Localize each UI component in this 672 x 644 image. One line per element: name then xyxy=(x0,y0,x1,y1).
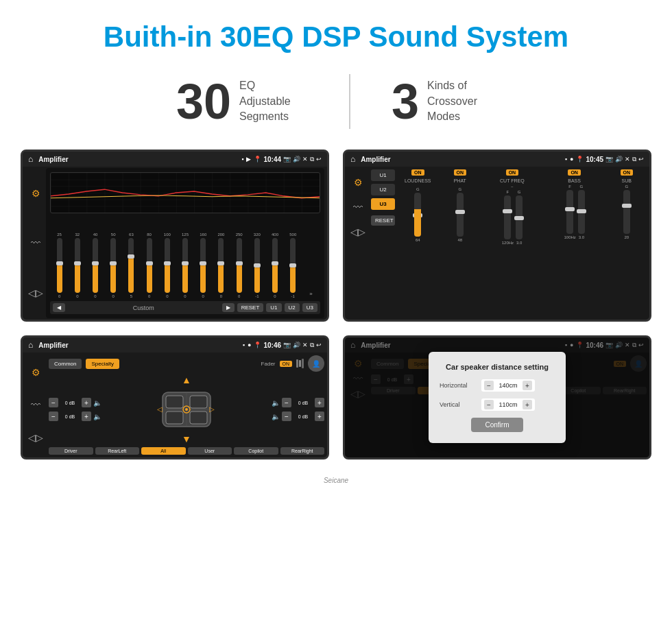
vol-lt-plus[interactable]: + xyxy=(82,398,91,407)
preset-u3[interactable]: U3 xyxy=(371,198,395,210)
band-loudness: ON LOUDNESS G 64 xyxy=(398,169,438,245)
bass-name: BASS xyxy=(568,178,581,183)
close-icon-2[interactable]: ✕ xyxy=(625,156,630,163)
confirm-button[interactable]: Confirm xyxy=(471,418,523,432)
car-diagram-row: − 0 dB + 🔈 − 0 dB + 🔈 xyxy=(49,374,324,444)
rearleft-btn[interactable]: RearLeft xyxy=(95,447,140,455)
home-icon-3[interactable]: ⌂ xyxy=(28,340,33,350)
up-arrow[interactable]: ▲ xyxy=(182,374,191,385)
speaker-lb-icon: 🔈 xyxy=(93,413,101,420)
vol-left-top-row: − 0 dB + 🔈 xyxy=(49,398,101,407)
all-btn[interactable]: All xyxy=(141,447,186,455)
sidebar-wave-icon[interactable]: 〰 xyxy=(31,237,40,248)
vol-right-bottom-row: 🔈 − 0 dB + xyxy=(272,412,324,421)
slider-col-3: 40 0 xyxy=(87,232,103,298)
app-title-3: Amplifier xyxy=(38,342,240,349)
slider-col-7: 100 0 xyxy=(159,232,175,298)
svg-rect-4 xyxy=(166,412,183,424)
u3-button[interactable]: U3 xyxy=(302,303,317,312)
vol-lb-minus[interactable]: − xyxy=(49,412,58,421)
driver-btn[interactable]: Driver xyxy=(49,447,93,455)
preset-u2[interactable]: U2 xyxy=(371,184,395,195)
back-icon-2[interactable]: ↩ xyxy=(638,156,644,163)
cutfreq-toggle[interactable]: ON xyxy=(506,169,519,176)
vertical-minus[interactable]: − xyxy=(484,400,494,409)
next-button[interactable]: ▶ xyxy=(222,303,235,312)
crossover-bands: ON LOUDNESS G 64 xyxy=(398,169,647,245)
svg-rect-2 xyxy=(166,396,183,408)
crossover-eq-icon[interactable]: ⚙ xyxy=(354,177,363,188)
play-icon-1[interactable]: ▶ xyxy=(246,156,251,163)
vol-rt-value: 0 dB xyxy=(293,401,313,405)
common-tab[interactable]: Common xyxy=(49,359,82,369)
vol-rb-minus[interactable]: − xyxy=(282,412,291,421)
speaker-vol-icon[interactable]: ◁▷ xyxy=(28,432,43,443)
vertical-row: Vertical − 110cm + xyxy=(440,398,555,411)
sub-sliders: G 20 xyxy=(623,184,630,239)
vol-lb-plus[interactable]: + xyxy=(82,412,91,421)
app-title-1: Amplifier xyxy=(38,156,239,163)
window-icon-2[interactable]: ⧉ xyxy=(632,156,636,163)
window-icon-3[interactable]: ⧉ xyxy=(310,342,314,349)
distance-dialog: Car speaker distance setting Horizontal … xyxy=(429,352,566,443)
slider-col-10: 200 0 xyxy=(213,232,229,298)
vol-rt-plus[interactable]: + xyxy=(315,398,324,407)
crossover-vol-icon[interactable]: ◁▷ xyxy=(350,226,365,237)
vol-lt-minus[interactable]: − xyxy=(49,398,58,407)
bass-toggle[interactable]: ON xyxy=(568,169,581,176)
prev-button[interactable]: ◀ xyxy=(53,303,65,312)
vertical-stepper: − 110cm + xyxy=(481,398,535,411)
car-svg: ◁ ▷ xyxy=(156,385,217,433)
u1-button[interactable]: U1 xyxy=(266,303,281,312)
u2-button[interactable]: U2 xyxy=(285,303,300,312)
user-btn[interactable]: User xyxy=(188,447,232,455)
specialty-tab[interactable]: Specialty xyxy=(86,359,119,369)
crossover-reset-btn[interactable]: RESET xyxy=(371,215,395,226)
camera-icon-2: 📷 xyxy=(605,156,613,163)
close-icon-1[interactable]: ✕ xyxy=(302,156,308,163)
vol-rb-plus[interactable]: + xyxy=(315,412,324,421)
crossover-wave-icon[interactable]: 〰 xyxy=(353,202,363,213)
rearright-btn[interactable]: RearRight xyxy=(280,447,325,455)
profile-icon[interactable]: 👤 xyxy=(308,355,324,372)
preset-u1[interactable]: U1 xyxy=(371,169,395,181)
home-icon-1[interactable]: ⌂ xyxy=(28,154,33,164)
back-icon-3[interactable]: ↩ xyxy=(316,342,322,348)
sub-toggle[interactable]: ON xyxy=(621,169,634,176)
cutfreq-name: CUT FREQ xyxy=(500,178,525,183)
watermark: Seicane xyxy=(0,473,672,488)
horizontal-plus[interactable]: + xyxy=(523,381,532,390)
loudness-name: LOUDNESS xyxy=(405,178,431,183)
phat-toggle[interactable]: ON xyxy=(454,169,467,176)
slider-col-11: 250 0 xyxy=(231,232,247,298)
pin-icon-1: 📍 xyxy=(254,156,261,163)
slider-col-9: 160 0 xyxy=(195,232,211,298)
window-icon-1[interactable]: ⧉ xyxy=(310,156,314,163)
record-icon-3: ▪ xyxy=(243,342,245,348)
vertical-plus[interactable]: + xyxy=(523,400,532,409)
reset-button[interactable]: RESET xyxy=(237,303,264,312)
eq-content-1: ⚙ 〰 ◁▷ xyxy=(23,167,327,320)
vol-rt-minus[interactable]: − xyxy=(282,398,291,407)
copilot-btn[interactable]: Copilot xyxy=(234,447,278,455)
app-title-2: Amplifier xyxy=(361,156,562,163)
down-arrow[interactable]: ▼ xyxy=(182,433,191,444)
speaker-eq-icon[interactable]: ⚙ xyxy=(32,367,40,378)
record-icon-1: ▪ xyxy=(241,156,243,163)
fader-toggle[interactable]: ON xyxy=(280,361,293,367)
speaker-content: ⚙ 〰 ◁▷ Common Specialty Fader ON xyxy=(23,353,327,457)
sidebar-vol-icon[interactable]: ◁▷ xyxy=(28,287,43,298)
stat-eq: 30 EQ Adjustable Segments xyxy=(135,77,349,126)
time-2: 10:45 xyxy=(586,156,603,163)
back-icon-1[interactable]: ↩ xyxy=(316,156,322,163)
band-bass: ON BASS F 100Hz G xyxy=(544,169,605,245)
volume-icon-1: 🔊 xyxy=(293,156,300,163)
horizontal-minus[interactable]: − xyxy=(484,381,494,390)
bass-sliders: F 100Hz G 3.0 xyxy=(564,184,584,239)
loudness-toggle[interactable]: ON xyxy=(411,169,424,176)
vol-rb-value: 0 dB xyxy=(293,414,313,419)
home-icon-2[interactable]: ⌂ xyxy=(350,154,355,164)
close-icon-3[interactable]: ✕ xyxy=(302,342,308,348)
sidebar-eq-icon[interactable]: ⚙ xyxy=(32,188,40,199)
speaker-wave-icon[interactable]: 〰 xyxy=(31,399,40,410)
